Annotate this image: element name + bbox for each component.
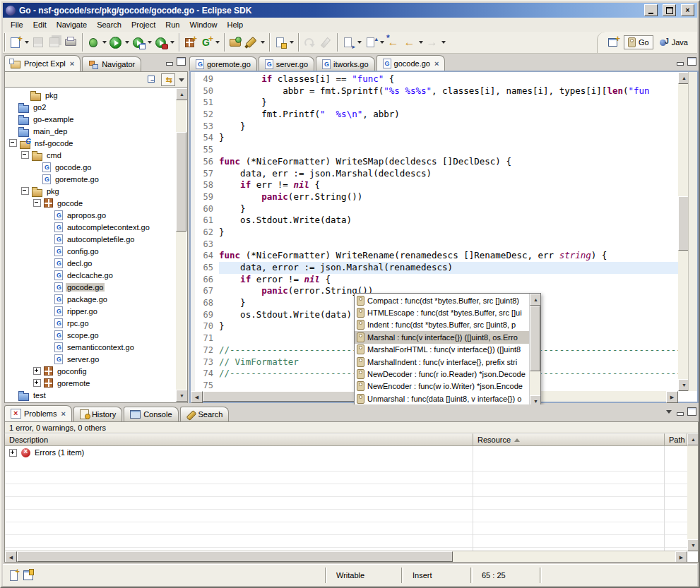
bottom-tab-history[interactable]: History <box>73 407 122 421</box>
column-resource[interactable]: Resource <box>473 433 665 446</box>
close-icon[interactable]: × <box>61 409 65 418</box>
tree-item-decl-go[interactable]: decl.go <box>5 257 176 269</box>
perspective-go[interactable]: Go <box>624 35 653 49</box>
tree-item-gocode-go[interactable]: gocode.go <box>5 281 176 293</box>
close-button[interactable]: × <box>681 4 694 16</box>
back-star-icon[interactable] <box>386 35 401 50</box>
menu-file[interactable]: File <box>6 19 28 30</box>
tree-item-rpc-go[interactable]: rpc.go <box>5 317 176 329</box>
scrollbar-thumb[interactable] <box>678 196 689 251</box>
completion-item[interactable]: HTMLEscape : func(dst *bytes.Buffer, src… <box>355 306 529 318</box>
open-type-icon[interactable] <box>227 35 242 50</box>
tree-item-gocode[interactable]: gocode <box>5 197 176 209</box>
column-description[interactable]: Description <box>5 433 473 446</box>
column-path[interactable]: Path <box>665 433 687 446</box>
maximize-button[interactable] <box>663 4 676 16</box>
plus-expander-icon[interactable] <box>33 379 41 387</box>
menu-help[interactable]: Help <box>223 19 249 30</box>
tree-item-test[interactable]: test <box>5 389 176 401</box>
fast-view-icon[interactable] <box>10 570 18 581</box>
editor-tab-server-go[interactable]: server.go <box>259 56 314 71</box>
menu-search[interactable]: Search <box>92 19 126 30</box>
close-icon[interactable]: × <box>434 59 439 68</box>
minimized-views-icon[interactable] <box>23 570 33 580</box>
last-edit-icon[interactable] <box>363 35 378 50</box>
tree-item-semanticcontext-go[interactable]: semanticcontext.go <box>5 341 176 353</box>
new-element-dropdown-icon[interactable] <box>214 35 220 50</box>
debug-dropdown-icon[interactable] <box>101 35 107 50</box>
popup-vertical-scrollbar[interactable]: ▲ ▼ <box>529 294 540 407</box>
table-row[interactable]: Errors (1 item) <box>5 446 687 459</box>
explorer-tab-project-expl[interactable]: Project Expl× <box>4 55 81 71</box>
scroll-left-icon[interactable]: ◀ <box>5 551 17 563</box>
debug-icon[interactable] <box>85 35 100 50</box>
menu-navigate[interactable]: Navigate <box>52 19 92 30</box>
completion-item[interactable]: NewEncoder : func(w io.Writer) *json.Enc… <box>355 380 529 392</box>
next-edit-dropdown-icon[interactable] <box>356 35 362 50</box>
mark-dropdown-icon[interactable] <box>288 35 295 50</box>
open-perspective-icon[interactable] <box>605 35 620 50</box>
run-dropdown-icon[interactable] <box>124 35 130 50</box>
run-icon[interactable] <box>108 35 123 50</box>
scroll-left-icon[interactable]: ◀ <box>191 391 203 403</box>
tree-item-cmd[interactable]: cmd <box>5 149 176 161</box>
run-last-dropdown-icon[interactable] <box>169 35 175 50</box>
tree-item-config-go[interactable]: config.go <box>5 245 176 257</box>
tree-item-go-example[interactable]: go-example <box>5 113 176 125</box>
collapse-all-icon[interactable] <box>148 76 158 84</box>
scrollbar-thumb[interactable] <box>530 306 540 371</box>
search-dropdown-icon[interactable] <box>259 35 266 50</box>
tree-item-goconfig[interactable]: goconfig <box>5 365 176 377</box>
editor-tab-itworks-go[interactable]: itworks.go <box>316 56 375 71</box>
completion-item[interactable]: MarshalIndent : func(v interface{}, pref… <box>355 356 529 368</box>
maximize-editor-icon[interactable] <box>687 57 696 66</box>
scrollbar-thumb[interactable] <box>176 132 186 232</box>
view-menu-icon[interactable] <box>179 78 184 82</box>
tree-item-package-go[interactable]: package.go <box>5 293 176 305</box>
completion-item[interactable]: Marshal : func(v interface{}) ([]uint8, … <box>355 331 529 343</box>
minimize-button[interactable] <box>644 4 658 16</box>
minus-expander-icon[interactable] <box>21 187 29 195</box>
minus-expander-icon[interactable] <box>33 199 41 207</box>
scroll-up-icon[interactable]: ▲ <box>530 294 540 306</box>
tree-item-go2[interactable]: go2 <box>5 101 176 113</box>
menu-window[interactable]: Window <box>184 19 222 30</box>
next-edit-icon[interactable] <box>340 35 355 50</box>
completion-item[interactable]: Indent : func(dst *bytes.Buffer, src []u… <box>355 319 529 331</box>
bottom-tab-search[interactable]: Search <box>180 407 230 421</box>
print-icon[interactable] <box>63 35 78 50</box>
mark-icon[interactable] <box>273 35 287 50</box>
tree-item-ripper-go[interactable]: ripper.go <box>5 305 176 317</box>
back-icon[interactable] <box>402 35 417 50</box>
scroll-right-icon[interactable]: ▶ <box>675 551 687 563</box>
completion-item[interactable]: MarshalForHTML : func(v interface{}) ([]… <box>355 344 529 356</box>
tree-item-goremote[interactable]: goremote <box>5 377 176 389</box>
menu-edit[interactable]: Edit <box>28 19 52 30</box>
plus-expander-icon[interactable] <box>9 449 17 457</box>
bottom-tab-problems[interactable]: Problems× <box>4 405 72 421</box>
scroll-down-icon[interactable]: ▼ <box>176 390 188 402</box>
new-wizard-icon[interactable] <box>8 35 23 50</box>
menu-run[interactable]: Run <box>160 19 184 30</box>
scroll-down-icon[interactable]: ▼ <box>687 539 699 551</box>
bottom-tab-console[interactable]: Console <box>124 407 178 421</box>
editor-tab-goremote-go[interactable]: goremote.go <box>189 56 257 71</box>
new-element-icon[interactable] <box>198 35 213 50</box>
tree-item-autocompletecontext-go[interactable]: autocompletecontext.go <box>5 221 176 233</box>
tree-item-main-dep[interactable]: main_dep <box>5 125 176 137</box>
maximize-view-icon[interactable] <box>177 57 186 66</box>
tree-item-goremote-go[interactable]: goremote.go <box>5 173 176 185</box>
minimize-view-icon[interactable] <box>676 409 683 415</box>
maximize-view-icon[interactable] <box>687 407 696 416</box>
run-last-icon[interactable] <box>153 35 168 50</box>
minus-expander-icon[interactable] <box>9 139 17 147</box>
minus-expander-icon[interactable] <box>21 151 29 159</box>
link-with-editor-icon[interactable]: ⇆ <box>161 73 175 86</box>
back-dropdown-icon[interactable] <box>417 35 424 50</box>
explorer-tab-navigator[interactable]: Navigator <box>82 56 141 71</box>
tree-item-autocompletefile-go[interactable]: autocompletefile.go <box>5 233 176 245</box>
table-vertical-scrollbar[interactable]: ▲ ▼ <box>687 433 698 551</box>
tree-item-declcache-go[interactable]: declcache.go <box>5 269 176 281</box>
completion-item[interactable]: Unmarshal : func(data []uint8, v interfa… <box>355 392 529 404</box>
tree-vertical-scrollbar[interactable]: ▲ ▼ <box>176 88 186 402</box>
